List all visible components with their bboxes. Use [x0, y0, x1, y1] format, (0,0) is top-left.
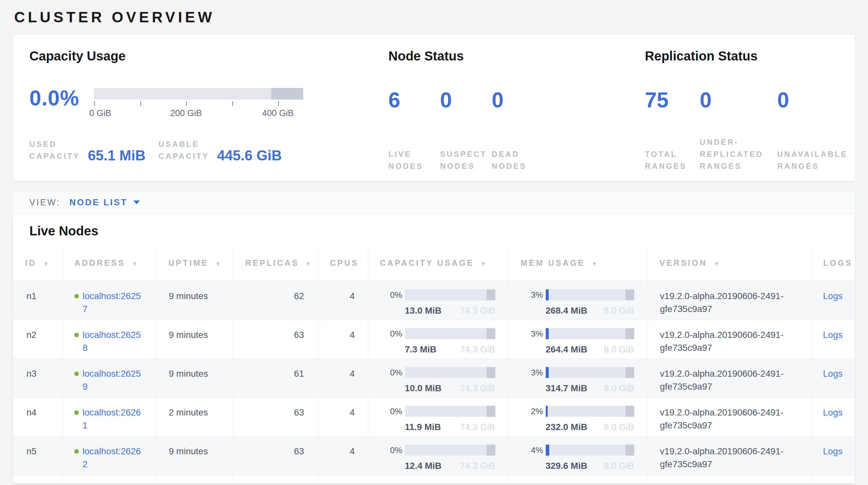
node-logs-cell: Logs: [811, 436, 855, 475]
node-id-cell: n5: [13, 436, 62, 475]
column-header-mem-usage[interactable]: MEM USAGE ▼: [508, 246, 647, 281]
mem-used-value: 268.4 MiB: [546, 304, 587, 317]
node-address-link[interactable]: localhost:26259: [83, 367, 142, 393]
mem-bar-used-fill: [546, 445, 550, 456]
mem-total-value: 8.0 GiB: [604, 343, 634, 356]
mem-bar: [546, 367, 634, 378]
node-address-cell: localhost:26258: [62, 320, 156, 359]
view-dropdown[interactable]: NODE LIST: [69, 198, 128, 207]
node-uptime-cell: 9 minutes: [156, 436, 233, 475]
node-status-title: Node Status: [389, 49, 645, 63]
total-ranges-stat: 75 TOTAL RANGES: [645, 89, 700, 172]
mem-bar-reserved-segment: [625, 289, 634, 301]
mem-bar-used-fill: [546, 328, 549, 339]
capacity-gauge-axis: [94, 101, 303, 107]
node-address-link[interactable]: localhost:26258: [83, 329, 142, 354]
mem-bar: [546, 328, 634, 339]
node-live-status-icon: [74, 449, 79, 454]
node-mem-usage-cell: 2% 232.0 MiB 8.0 GiB: [508, 397, 647, 436]
node-address-cell: localhost:26257: [62, 281, 156, 320]
capacity-used-percent: 0.0%: [29, 87, 94, 120]
logs-link[interactable]: Logs: [823, 330, 843, 340]
node-replicas-cell: 62: [233, 281, 318, 320]
column-header-capacity-usage[interactable]: CAPACITY USAGE ▼: [368, 246, 508, 281]
capacity-gauge-bar: [94, 88, 303, 99]
table-row: n4 localhost:26261 2 minutes 63 4 0% 11.…: [13, 397, 855, 436]
column-header-version[interactable]: VERSION ▼: [647, 246, 811, 281]
column-header-address[interactable]: ADDRESS ▼: [62, 246, 156, 281]
node-version: v19.2.0-alpha.20190606-2491-gfe735c9a97: [660, 291, 784, 314]
unavailable-ranges-stat: 0 UNAVAILABLE RANGES: [777, 89, 855, 172]
logs-link[interactable]: Logs: [823, 446, 843, 456]
suspect-nodes-stat: 0 SUSPECT NODES: [440, 89, 492, 172]
capacity-bar-reserved-segment: [487, 445, 495, 456]
capacity-total-value: 74.3 GiB: [460, 304, 495, 317]
mem-percent-label: 3%: [522, 327, 546, 340]
node-version: v19.2.0-alpha.20190606-2491-gfe735c9a97: [660, 446, 784, 469]
column-header-uptime[interactable]: UPTIME ▼: [156, 246, 233, 281]
sort-desc-icon: ▼: [480, 261, 488, 267]
table-row: n3 localhost:26259 9 minutes 61 4 0% 10.…: [13, 359, 855, 397]
live-nodes-stat: 6 LIVE NODES: [389, 89, 440, 172]
mem-used-value: 314.7 MiB: [546, 382, 587, 395]
capacity-used-value: 10.0 MiB: [405, 382, 442, 395]
node-id-cell: n2: [13, 320, 62, 359]
node-id-cell: n3: [13, 359, 62, 397]
logs-link[interactable]: Logs: [823, 407, 843, 418]
capacity-bar: [405, 328, 495, 339]
node-replicas-cell: 63: [233, 436, 318, 475]
capacity-percent-label: 0%: [381, 444, 405, 457]
node-id-cell: n1: [13, 281, 62, 320]
replication-status-title: Replication Status: [645, 49, 855, 63]
logs-link[interactable]: Logs: [823, 369, 843, 379]
capacity-bar: [405, 406, 495, 417]
chevron-down-icon[interactable]: [133, 200, 140, 204]
node-mem-usage-cell: 3% 314.7 MiB 8.0 GiB: [508, 359, 647, 397]
replication-status-section: Replication Status 75 TOTAL RANGES 0 UND…: [645, 35, 855, 181]
table-header-row: ID ▼ ADDRESS ▼ UPTIME ▼ REPLICAS ▼ CPUS …: [13, 246, 855, 281]
node-address-link[interactable]: localhost:26261: [83, 406, 142, 432]
node-replicas-cell: 63: [233, 320, 318, 359]
table-row: n2 localhost:26258 9 minutes 63 4 0% 7.3…: [13, 320, 855, 359]
logs-link[interactable]: Logs: [823, 291, 843, 301]
node-cpus-cell: 4: [318, 436, 368, 475]
mem-total-value: 8.0 GiB: [604, 382, 634, 395]
capacity-percent-label: 0%: [381, 288, 405, 301]
capacity-bar-reserved-segment: [487, 328, 495, 339]
dead-nodes-stat: 0 DEAD NODES: [492, 89, 544, 172]
node-address-cell: localhost:26259: [62, 359, 156, 397]
node-address-link[interactable]: localhost:26262: [83, 445, 142, 471]
node-address-link[interactable]: localhost:26257: [83, 290, 142, 316]
sort-desc-icon: ▼: [306, 261, 313, 267]
node-replicas-cell: 63: [233, 397, 318, 436]
cluster-summary-card: Capacity Usage 0.0%: [13, 34, 855, 181]
column-header-replicas[interactable]: REPLICAS ▼: [233, 246, 318, 281]
capacity-used-value: 7.3 MiB: [405, 343, 437, 356]
table-row: n5 localhost:26262 9 minutes 63 4 0% 12.…: [13, 436, 855, 475]
node-live-status-icon: [74, 333, 79, 337]
node-capacity-usage-cell: 0% 11.9 MiB 74.3 GiB: [368, 397, 508, 436]
mem-bar: [546, 445, 634, 456]
capacity-gauge-reserved-segment: [271, 88, 303, 99]
sort-desc-icon: ▼: [592, 261, 599, 267]
mem-total-value: 8.0 GiB: [604, 421, 634, 434]
capacity-gauge: 0 GiB 200 GiB 400 GiB: [94, 87, 303, 120]
node-mem-usage-cell: 3% 264.4 MiB 8.0 GiB: [508, 320, 647, 359]
node-version: v19.2.0-alpha.20190606-2491-gfe735c9a97: [660, 407, 784, 430]
column-header-id[interactable]: ID ▼: [13, 246, 62, 281]
under-replicated-ranges-stat: 0 UNDER- REPLICATED RANGES: [700, 89, 777, 172]
node-live-status-icon: [74, 294, 79, 298]
used-capacity-stat: USED CAPACITY 65.1 MiB: [29, 138, 159, 162]
capacity-bar: [405, 445, 495, 456]
column-header-cpus[interactable]: CPUS: [318, 246, 368, 281]
node-status-section: Node Status 6 LIVE NODES 0 SUSPECT NODES: [389, 35, 645, 181]
node-cpus-cell: 4: [318, 359, 368, 397]
axis-label-400gib: 400 GiB: [262, 108, 294, 118]
node-cpus-cell: 4: [318, 320, 368, 359]
live-nodes-card: Live Nodes ID ▼ ADDRESS ▼ UPTIME ▼ REPLI…: [13, 214, 855, 484]
mem-percent-label: 4%: [522, 444, 546, 457]
capacity-percent-label: 0%: [381, 405, 405, 418]
mem-used-value: 329.6 MiB: [546, 459, 587, 473]
mem-percent-label: 2%: [522, 405, 546, 418]
node-capacity-usage-cell: 0% 10.0 MiB 74.3 GiB: [368, 359, 508, 397]
